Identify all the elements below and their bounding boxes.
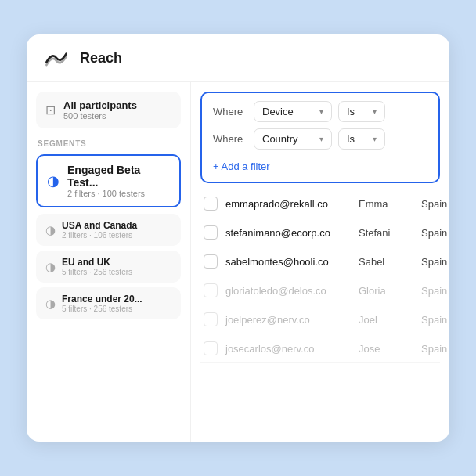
all-participants-item[interactable]: ⊡ All participants 500 testers [36, 92, 181, 128]
segment-name-france: France under 20... [62, 294, 142, 305]
row-firstname-1: Stefani [359, 227, 421, 239]
row-checkbox-3[interactable] [204, 283, 218, 298]
logo-icon [42, 47, 70, 69]
table-row: stefanimano@ecorp.co Stefani Spain [200, 218, 440, 247]
row-country-2: Spain [421, 256, 447, 268]
filter-operator-1-value: Is [347, 106, 355, 117]
filter-operator-2-value: Is [347, 133, 355, 145]
row-firstname-3: Gloria [359, 285, 421, 297]
content-panel: Where Device ▾ Is ▾ Where Country ▾ [191, 82, 449, 442]
active-segment-item[interactable]: ◑ Engaged Beta Test... 2 filters · 100 t… [36, 154, 181, 207]
active-segment-icon: ◑ [47, 172, 60, 189]
segment-sub-eu: 5 filters · 256 testers [62, 268, 132, 276]
segments-label: SEGMENTS [36, 139, 181, 148]
table-row: josecarlos@nerv.co Jose Spain [200, 334, 440, 363]
row-checkbox-4[interactable] [204, 312, 218, 326]
segment-icon-france: ◑ [45, 297, 56, 311]
row-country-1: Spain [421, 227, 447, 239]
row-country-0: Spain [421, 198, 447, 210]
table-area: emmaprado@rekall.co Emma Spain stefanima… [191, 189, 449, 442]
row-email-0: emmaprado@rekall.co [225, 198, 359, 210]
segment-icon-eu: ◑ [45, 260, 56, 274]
active-segment-name: Engaged Beta Test... [67, 164, 170, 189]
app-window: Reach ⊡ All participants 500 testers SEG… [27, 34, 449, 442]
all-participants-label: All participants [63, 99, 137, 111]
filter-label-2: Where [213, 133, 247, 145]
row-country-5: Spain [421, 343, 447, 355]
filter-row-2: Where Country ▾ Is ▾ [213, 128, 427, 150]
segment-item-usa[interactable]: ◑ USA and Canada 2 filters · 106 testers [36, 214, 181, 246]
segment-text-france: France under 20... 5 filters · 256 teste… [62, 294, 142, 313]
segment-item-france[interactable]: ◑ France under 20... 5 filters · 256 tes… [36, 287, 181, 319]
row-firstname-4: Joel [359, 314, 421, 326]
active-segment-sub: 2 filters · 100 testers [67, 189, 170, 198]
filters-panel: Where Device ▾ Is ▾ Where Country ▾ [200, 92, 440, 183]
row-country-3: Spain [421, 285, 447, 297]
row-checkbox-0[interactable] [204, 197, 218, 211]
chevron-down-icon-1: ▾ [319, 107, 323, 116]
row-firstname-5: Jose [359, 343, 421, 355]
filter-row-1: Where Device ▾ Is ▾ [213, 101, 427, 122]
row-email-5: josecarlos@nerv.co [225, 343, 359, 355]
chevron-down-icon-2: ▾ [373, 107, 377, 116]
row-firstname-0: Emma [359, 198, 421, 210]
participants-icon: ⊡ [45, 103, 56, 117]
table-row: joelperez@nerv.co Joel Spain [200, 305, 440, 334]
segment-text-eu: EU and UK 5 filters · 256 testers [62, 257, 132, 276]
table-row: gloriatoledo@delos.co Gloria Spain [200, 276, 440, 305]
row-firstname-2: Sabel [359, 256, 421, 268]
filter-operator-1[interactable]: Is ▾ [338, 101, 385, 122]
row-checkbox-2[interactable] [204, 254, 218, 269]
all-participants-text: All participants 500 testers [63, 99, 137, 121]
filter-field-2-value: Country [262, 133, 298, 145]
chevron-down-icon-3: ▾ [319, 135, 323, 143]
table-row: emmaprado@rekall.co Emma Spain [200, 189, 440, 218]
segment-name-usa: USA and Canada [62, 220, 137, 231]
sidebar: ⊡ All participants 500 testers SEGMENTS … [27, 82, 191, 442]
all-participants-count: 500 testers [63, 111, 137, 121]
filter-field-1[interactable]: Device ▾ [254, 101, 332, 122]
table-row: sabelmontes@hooli.co Sabel Spain [200, 247, 440, 276]
active-segment-text: Engaged Beta Test... 2 filters · 100 tes… [67, 164, 170, 198]
row-checkbox-5[interactable] [204, 341, 218, 355]
segment-sub-france: 5 filters · 256 testers [62, 305, 142, 313]
segment-text-usa: USA and Canada 2 filters · 106 testers [62, 220, 137, 240]
chevron-down-icon-4: ▾ [373, 135, 377, 143]
filter-operator-2[interactable]: Is ▾ [338, 128, 385, 150]
segment-name-eu: EU and UK [62, 257, 132, 268]
row-email-4: joelperez@nerv.co [225, 314, 359, 326]
row-email-3: gloriatoledo@delos.co [225, 285, 359, 297]
row-country-4: Spain [421, 314, 447, 326]
row-email-2: sabelmontes@hooli.co [225, 256, 359, 268]
main-layout: ⊡ All participants 500 testers SEGMENTS … [27, 82, 449, 442]
filter-field-1-value: Device [262, 106, 294, 117]
header: Reach [27, 34, 449, 82]
add-filter-button[interactable]: + Add a filter [213, 156, 270, 174]
header-title: Reach [80, 50, 122, 67]
filter-field-2[interactable]: Country ▾ [254, 128, 332, 150]
segment-icon-usa: ◑ [45, 223, 56, 237]
segment-item-eu[interactable]: ◑ EU and UK 5 filters · 256 testers [36, 251, 181, 283]
row-checkbox-1[interactable] [204, 225, 218, 240]
row-email-1: stefanimano@ecorp.co [225, 227, 359, 239]
segment-sub-usa: 2 filters · 106 testers [62, 231, 137, 240]
filter-label-1: Where [213, 106, 247, 117]
